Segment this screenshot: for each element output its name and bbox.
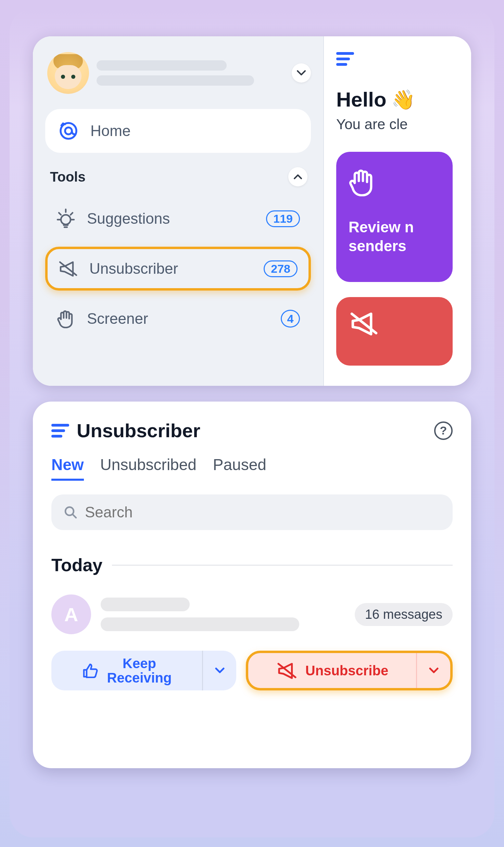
sidebar-item-screener[interactable]: Screener 4	[45, 297, 311, 341]
sender-initial: A	[64, 603, 78, 626]
account-switcher[interactable]	[33, 52, 323, 94]
home-label: Home	[90, 122, 130, 139]
divider	[112, 565, 453, 566]
question-icon: ?	[440, 424, 447, 437]
svg-point-3	[65, 507, 74, 515]
menu-icon[interactable]	[51, 424, 69, 438]
search-input[interactable]	[85, 504, 440, 521]
help-button[interactable]: ?	[434, 421, 453, 440]
search-icon	[64, 505, 77, 519]
chevron-up-icon[interactable]	[288, 167, 307, 186]
sender-row[interactable]: A 16 messages	[51, 594, 453, 634]
tabs: New Unsubscribed Paused	[51, 455, 453, 481]
unsubscribe-button[interactable]: Unsubscribe	[246, 651, 453, 690]
section-today: Today	[51, 555, 102, 575]
sender-avatar: A	[51, 594, 91, 634]
tab-new[interactable]: New	[51, 455, 84, 481]
avatar	[47, 52, 89, 94]
unsubscribe-dropdown[interactable]	[416, 653, 450, 688]
hand-icon	[349, 168, 440, 196]
greeting-subtext: You are cle	[336, 116, 471, 133]
lightbulb-icon	[55, 208, 77, 229]
sidebar-item-suggestions[interactable]: Suggestions 119	[45, 197, 311, 241]
menu-icon[interactable]	[336, 52, 354, 66]
megaphone-off-icon	[57, 260, 79, 277]
svg-point-2	[61, 215, 71, 224]
sidebar-item-label: Screener	[87, 310, 270, 327]
count-badge: 4	[281, 310, 300, 328]
card-text-line1: Review n	[349, 218, 440, 236]
tools-section-header: Tools	[33, 153, 323, 191]
tools-label: Tools	[50, 169, 86, 185]
hand-icon	[55, 309, 77, 328]
chevron-down-icon[interactable]	[292, 63, 311, 83]
sidebar-panel: Home Tools Suggestions 119	[33, 36, 471, 386]
keep-dropdown[interactable]	[202, 651, 236, 690]
sidebar-item-unsubscriber[interactable]: Unsubscriber 278	[45, 247, 311, 291]
page-title: Unsubscriber	[77, 419, 427, 442]
account-name-placeholder	[97, 60, 284, 86]
sidebar-item-label: Unsubscriber	[89, 260, 253, 277]
unsubscribe-label: Unsubscribe	[305, 663, 388, 678]
at-icon	[58, 121, 79, 141]
sender-name-placeholder	[101, 598, 299, 631]
megaphone-off-icon	[276, 662, 298, 679]
svg-point-0	[61, 123, 76, 139]
sidebar: Home Tools Suggestions 119	[33, 36, 324, 386]
greeting-text: Hello	[336, 88, 387, 111]
keep-label-1: Keep	[107, 656, 172, 671]
home-content-peek: Hello 👋 You are cle Review n senders	[324, 36, 471, 386]
count-badge: 119	[266, 210, 300, 227]
wave-emoji: 👋	[391, 88, 415, 111]
tab-paused[interactable]: Paused	[213, 455, 266, 481]
thumbs-up-icon	[82, 663, 98, 678]
review-senders-card[interactable]: Review n senders	[336, 152, 453, 282]
keep-receiving-button[interactable]: Keep Receiving	[51, 651, 236, 690]
sidebar-item-label: Suggestions	[87, 210, 256, 227]
unsubscriber-panel: Unsubscriber ? New Unsubscribed Paused T…	[33, 402, 471, 768]
message-count-badge: 16 messages	[355, 603, 453, 626]
svg-point-1	[65, 127, 72, 134]
keep-label-2: Receiving	[107, 671, 172, 685]
sidebar-item-home[interactable]: Home	[45, 109, 311, 153]
count-badge: 278	[264, 260, 298, 277]
unsubscribe-card-peek[interactable]	[336, 297, 453, 366]
search-box[interactable]	[51, 494, 453, 530]
tab-unsubscribed[interactable]: Unsubscribed	[100, 455, 197, 481]
card-text-line2: senders	[349, 236, 440, 255]
